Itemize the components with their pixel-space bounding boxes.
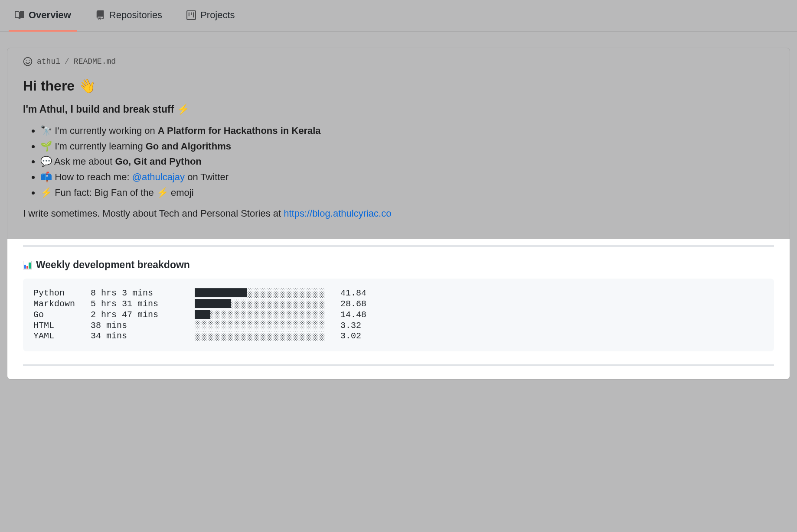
seedling-icon: 🌱 (40, 141, 52, 152)
bar-chart-icon (23, 261, 32, 269)
telescope-icon: 🔭 (40, 125, 52, 136)
weekly-code-block: Python 8 hrs 3 mins ██████████░░░░░░░░░░… (23, 279, 774, 351)
bullet-text: How to reach me: (55, 172, 132, 182)
tab-repositories[interactable]: Repositories (89, 0, 168, 32)
svg-point-1 (26, 60, 27, 61)
tab-overview[interactable]: Overview (9, 0, 77, 32)
project-icon (186, 10, 196, 20)
readme-intro: I'm Athul, I build and break stuff ⚡ (23, 104, 774, 115)
blog-line: I write sometimes. Mostly about Tech and… (23, 208, 774, 219)
tab-projects[interactable]: Projects (180, 0, 241, 32)
twitter-link[interactable]: @athulcajay (132, 172, 185, 182)
readme-path: athul / README.md (7, 48, 790, 66)
list-item: 💬 Ask me about Go, Git and Python (40, 154, 774, 169)
repo-icon (95, 10, 105, 20)
blog-link[interactable]: https://blog.athulcyriac.co (284, 208, 391, 219)
bullet-suffix: on Twitter (185, 172, 229, 182)
readme-body: Hi there 👋 I'm Athul, I build and break … (7, 66, 790, 231)
readme-user: athul (37, 57, 60, 66)
intro-text: I'm Athul, I build and break stuff (23, 104, 177, 115)
book-icon (15, 10, 24, 20)
list-item: 🌱 I'm currently learning Go and Algorith… (40, 139, 774, 154)
readme-bullets: 🔭 I'm currently working on A Platform fo… (40, 123, 774, 200)
zap-icon: ⚡ (177, 104, 189, 115)
weekly-title: Weekly development breakdown (23, 259, 774, 271)
tab-overview-label: Overview (29, 10, 71, 21)
divider (23, 364, 774, 366)
bullet-suffix: emoji (168, 187, 194, 198)
bullet-text: I'm currently working on (55, 125, 158, 136)
profile-nav: Overview Repositories Projects (0, 0, 797, 32)
weekly-title-text: Weekly development breakdown (36, 259, 190, 271)
bullet-bold: A Platform for Hackathons in Kerala (158, 125, 321, 136)
tab-projects-label: Projects (200, 10, 235, 21)
bullet-text: Ask me about (54, 156, 115, 167)
readme-filename: README.md (74, 57, 116, 66)
bullet-bold: Go, Git and Python (115, 156, 202, 167)
list-item: 📫 How to reach me: @athulcajay on Twitte… (40, 169, 774, 185)
divider (23, 245, 774, 247)
weekly-section: Weekly development breakdown Python 8 hr… (7, 239, 790, 379)
list-item: ⚡ Fun fact: Big Fan of the ⚡ emoji (40, 185, 774, 201)
svg-point-0 (24, 58, 32, 66)
mailbox-icon: 📫 (40, 172, 52, 182)
bullet-text: I'm currently learning (55, 141, 146, 152)
speech-icon: 💬 (40, 156, 52, 167)
list-item: 🔭 I'm currently working on A Platform fo… (40, 123, 774, 139)
tab-repositories-label: Repositories (109, 10, 162, 21)
zap-icon: ⚡ (157, 187, 168, 198)
svg-point-2 (29, 60, 30, 61)
readme-heading: Hi there 👋 (23, 78, 774, 94)
bullet-text: Fun fact: Big Fan of the (55, 187, 157, 198)
smiley-icon (23, 57, 33, 66)
path-sep: / (65, 57, 69, 66)
bullet-bold: Go and Algorithms (146, 141, 231, 152)
readme-container: athul / README.md Hi there 👋 I'm Athul, … (7, 48, 790, 380)
blog-text: I write sometimes. Mostly about Tech and… (23, 208, 284, 219)
zap-icon: ⚡ (40, 187, 52, 198)
